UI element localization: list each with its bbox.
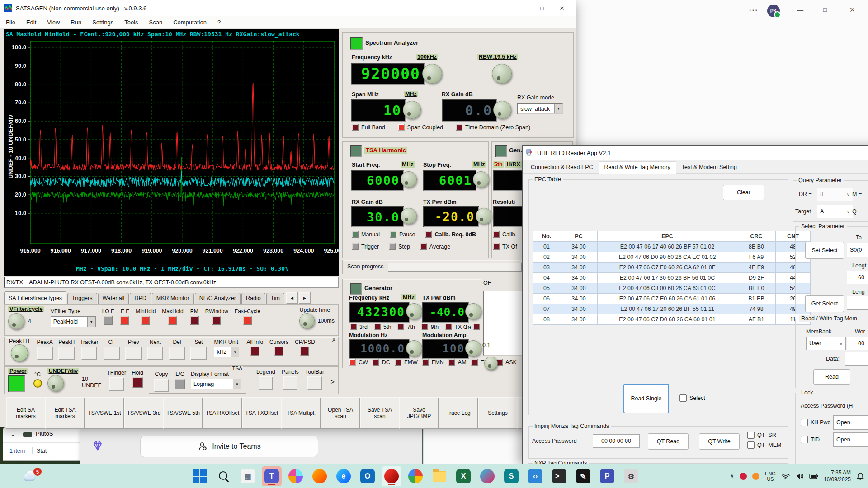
7th-indicator[interactable] bbox=[397, 324, 404, 330]
rx-gain-display[interactable]: 0.0 bbox=[442, 99, 497, 122]
start-freq-unit[interactable]: MHz bbox=[401, 161, 415, 168]
table-row[interactable]: 0634 00E2 00 47 06 C7 E0 60 26 CA 61 01 … bbox=[533, 294, 811, 304]
checkbox-icon[interactable] bbox=[747, 432, 755, 439]
teams-close-icon[interactable]: ✕ bbox=[849, 6, 855, 14]
calib-indicator[interactable] bbox=[493, 231, 500, 238]
table-row[interactable]: 0234 00E2 00 47 06 D0 90 60 26 CA EC 01 … bbox=[533, 252, 811, 263]
more-arrow[interactable]: > bbox=[330, 378, 335, 390]
satsagen-titlebar[interactable]: SATSAGEN (Non-commercial use only) - v.0… bbox=[0, 0, 576, 16]
copy-button[interactable] bbox=[154, 379, 169, 392]
edit-tsa-markers-button[interactable]: Edit TSA markers bbox=[45, 397, 85, 429]
length-field[interactable]: 60 bbox=[847, 271, 868, 284]
minimize-icon[interactable]: — bbox=[512, 5, 532, 12]
undef-div-knob[interactable] bbox=[47, 375, 64, 391]
trigger-indicator[interactable] bbox=[352, 243, 359, 250]
language-indicator[interactable]: ENG US bbox=[765, 471, 776, 482]
tsa-swe-1st-button[interactable]: TSA/SWE 1st bbox=[85, 397, 124, 429]
dropdown-arrow-icon[interactable]: ▼ bbox=[554, 104, 562, 113]
tsa-txoffset-button[interactable]: TSA TXOffset bbox=[242, 397, 282, 429]
update-time-knob[interactable] bbox=[299, 313, 315, 328]
checkbox-icon[interactable] bbox=[747, 441, 755, 449]
mod-amp-display[interactable]: 100 bbox=[422, 339, 469, 359]
of-knob[interactable] bbox=[484, 357, 498, 370]
membank-combo[interactable]: User∨ bbox=[806, 337, 846, 350]
step-indicator[interactable] bbox=[389, 243, 396, 250]
manual-indicator[interactable] bbox=[352, 231, 359, 238]
tab-waterfall[interactable]: Waterfall bbox=[98, 293, 129, 304]
avatar[interactable]: PK bbox=[767, 5, 780, 17]
toolbar-button[interactable] bbox=[307, 376, 322, 390]
5th-indicator[interactable] bbox=[374, 324, 381, 330]
tsa-rxoffset-button[interactable]: TSA RXOffset bbox=[203, 397, 242, 429]
e-f-indicator[interactable] bbox=[120, 316, 129, 325]
power-indicator[interactable] bbox=[8, 375, 25, 392]
tab-sa-filters-trace-types[interactable]: SA Filters/trace types bbox=[4, 291, 66, 304]
clear-button[interactable]: Clear bbox=[723, 185, 764, 200]
span-display[interactable]: 10 bbox=[351, 99, 406, 122]
fast-cycle-indicator[interactable] bbox=[243, 316, 252, 325]
gen-led[interactable] bbox=[495, 145, 507, 157]
ext-indicator[interactable] bbox=[471, 359, 478, 366]
dc-indicator[interactable] bbox=[373, 359, 379, 366]
dropdown-arrow-icon[interactable]: ▼ bbox=[87, 317, 95, 327]
search-icon[interactable] bbox=[214, 466, 234, 486]
span-knob[interactable] bbox=[403, 101, 421, 119]
tx-on-indicator[interactable] bbox=[445, 324, 452, 330]
volume-icon[interactable] bbox=[796, 473, 804, 480]
tab-radio[interactable]: Radio bbox=[241, 293, 265, 304]
pause-indicator[interactable] bbox=[390, 231, 396, 238]
paint-icon[interactable] bbox=[477, 466, 497, 486]
pm-indicator[interactable] bbox=[190, 316, 199, 325]
average-indicator[interactable] bbox=[420, 243, 427, 250]
prev-button[interactable] bbox=[125, 347, 142, 360]
select-mask-field[interactable] bbox=[847, 296, 868, 310]
tray-expand-icon[interactable]: ∧ bbox=[730, 474, 735, 479]
cursors-indicator[interactable] bbox=[274, 347, 283, 356]
start-icon[interactable] bbox=[190, 466, 210, 486]
menu-item-view[interactable]: View bbox=[47, 19, 60, 26]
rbw-label[interactable]: RBW:19.5 kHz bbox=[477, 54, 518, 60]
rfid-titlebar[interactable]: UHF RFID Reader App V2.1 bbox=[523, 146, 868, 160]
next-button[interactable] bbox=[147, 347, 163, 360]
spectrum-plot[interactable]: SA MaxHold MinHold - FCent.:920,000 kHz … bbox=[4, 29, 339, 276]
cf-button[interactable] bbox=[104, 347, 120, 360]
qt-read-button[interactable]: QT Read bbox=[648, 433, 689, 450]
table-row[interactable]: 0334 00E2 00 47 06 C7 F0 60 26 CA 62 01 … bbox=[533, 263, 811, 273]
epc-table[interactable]: No.PCEPCCRCCNT0134 00E2 00 47 06 17 40 6… bbox=[533, 231, 811, 325]
clock[interactable]: 7:35 AM 16/09/2025 bbox=[824, 469, 851, 483]
tsa-tx-pwr-display[interactable]: -20.0 bbox=[423, 206, 479, 227]
trace-log-button[interactable]: Trace Log bbox=[439, 397, 478, 429]
premium-gem-icon[interactable] bbox=[91, 439, 104, 452]
checkbox-icon[interactable] bbox=[801, 419, 808, 426]
tsa-harmonic-led[interactable] bbox=[350, 145, 362, 157]
legend-button[interactable] bbox=[259, 376, 273, 390]
read-button[interactable]: Read bbox=[813, 369, 850, 385]
kill-pwd-checkbox[interactable]: Kill Pwd bbox=[801, 419, 830, 426]
edit-sa-markers-button[interactable]: Edit SA markers bbox=[6, 397, 46, 429]
terminal-icon[interactable]: >_ bbox=[549, 466, 569, 486]
generator-led[interactable] bbox=[350, 283, 362, 295]
span-unit-label[interactable]: MHz bbox=[404, 91, 418, 97]
all-info-indicator[interactable] bbox=[250, 347, 259, 356]
battery-icon[interactable] bbox=[809, 474, 818, 479]
column-header-crc[interactable]: CRC bbox=[737, 231, 776, 242]
time-domain-zero-span-indicator[interactable] bbox=[456, 124, 462, 131]
sharepoint-icon[interactable]: S bbox=[501, 466, 521, 486]
dr-combo[interactable]: 8∨ bbox=[817, 188, 853, 201]
teams-more-icon[interactable]: ⋯ bbox=[749, 5, 758, 15]
mod-hz-display[interactable]: 1000.0 bbox=[349, 339, 410, 359]
column-header-no[interactable]: No. bbox=[533, 231, 560, 242]
select-target-combo[interactable]: S0(0 bbox=[847, 243, 868, 257]
menu-item-[interactable]: ? bbox=[217, 19, 221, 26]
full-band-indicator[interactable] bbox=[352, 124, 359, 131]
frequency-knob[interactable] bbox=[422, 64, 442, 84]
data-field[interactable] bbox=[845, 352, 868, 366]
panels-button[interactable] bbox=[283, 376, 297, 390]
read-single-button[interactable]: Read Single bbox=[623, 384, 669, 413]
chrome-icon[interactable] bbox=[406, 466, 425, 486]
gen-tx-pwr-knob[interactable] bbox=[465, 303, 481, 319]
chevron-down-icon[interactable]: ⌄ bbox=[10, 431, 15, 437]
tsa-harmonic-title[interactable]: TSA Harmonic bbox=[364, 147, 407, 154]
copilot-icon[interactable] bbox=[286, 466, 306, 486]
settings-button[interactable]: Settings bbox=[478, 397, 518, 429]
